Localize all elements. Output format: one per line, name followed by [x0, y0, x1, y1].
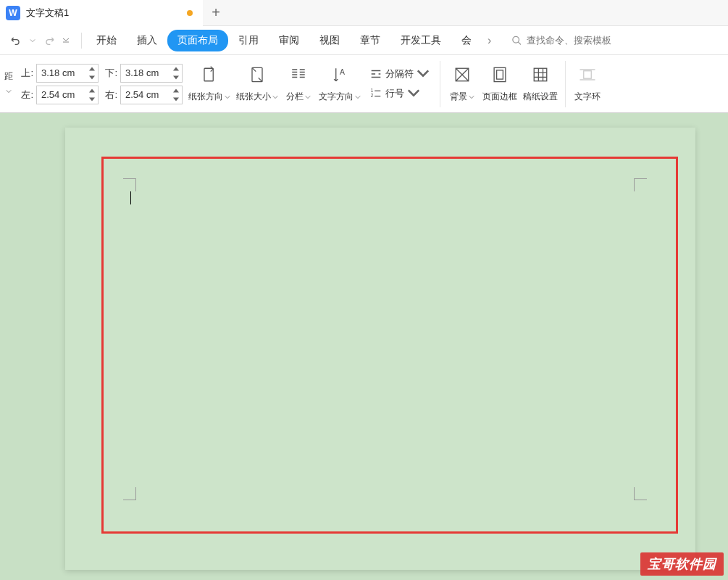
spin-up[interactable]	[170, 86, 182, 95]
breaks-button[interactable]: 分隔符	[367, 65, 432, 83]
background-icon	[452, 65, 472, 88]
document-canvas[interactable]: 宝哥软件园	[0, 113, 728, 580]
svg-text:2: 2	[371, 93, 374, 98]
line-numbers-icon: 12	[369, 87, 382, 100]
menu-dev-tools[interactable]: 开发工具	[390, 30, 451, 51]
divider	[81, 33, 82, 49]
svg-point-0	[513, 36, 519, 43]
spin-up[interactable]	[86, 65, 98, 73]
ribbon-toolbar: 距 上: 下: 左: 右:	[0, 55, 728, 113]
spin-down[interactable]	[170, 95, 182, 104]
chevron-down-icon	[407, 86, 420, 102]
chevron-down-icon	[30, 38, 35, 44]
menu-items: 开始 插入 页面布局 引用 审阅 视图 章节 开发工具 会 ›	[86, 30, 497, 51]
undo-dropdown[interactable]	[28, 30, 38, 51]
orientation-button[interactable]: 纸张方向	[185, 60, 233, 107]
chevron-down-icon	[305, 92, 311, 102]
columns-label: 分栏	[286, 91, 304, 103]
breaks-label: 分隔符	[385, 67, 414, 80]
options-dropdown[interactable]	[61, 30, 71, 51]
chevron-down-icon	[62, 37, 70, 44]
text-direction-button[interactable]: A 文字方向	[316, 60, 364, 107]
divider	[565, 61, 566, 107]
svg-rect-8	[497, 70, 503, 79]
spin-down[interactable]	[170, 73, 182, 82]
chevron-down-icon	[272, 92, 278, 102]
new-tab-button[interactable]: +	[203, 0, 229, 26]
menu-page-layout[interactable]: 页面布局	[167, 30, 228, 51]
svg-rect-10	[584, 71, 592, 79]
margin-top-label: 上:	[17, 67, 33, 80]
spin-down[interactable]	[86, 73, 98, 82]
undo-button[interactable]	[6, 30, 26, 51]
line-numbers-label: 行号	[385, 87, 404, 100]
margin-right-label: 右:	[101, 88, 117, 102]
margin-inputs-group: 上: 下: 左: 右:	[14, 62, 185, 106]
margin-bottom-label: 下:	[101, 67, 117, 80]
watermark-badge: 宝哥软件园	[640, 552, 724, 576]
menu-more-cut[interactable]: 会	[451, 30, 482, 51]
menu-insert[interactable]: 插入	[127, 30, 167, 51]
svg-text:A: A	[340, 67, 345, 76]
chevron-down-icon	[469, 92, 474, 102]
paper-size-button[interactable]: 纸张大小	[233, 60, 281, 107]
undo-redo-group	[6, 30, 71, 51]
document-tab[interactable]: W 文字文稿1	[0, 0, 203, 26]
text-wrap-label: 文字环	[574, 91, 601, 103]
title-bar: W 文字文稿1 +	[0, 0, 728, 26]
chevron-down-icon	[6, 84, 12, 97]
background-label: 背景	[450, 91, 467, 103]
menu-references[interactable]: 引用	[228, 30, 269, 51]
page-border-button[interactable]: 页面边框	[480, 60, 520, 107]
redo-icon	[43, 35, 55, 46]
chevron-down-icon	[225, 92, 230, 102]
text-direction-icon: A	[330, 65, 350, 88]
breaks-lines-group: 分隔符 12 行号	[364, 65, 435, 103]
menu-bar: 开始 插入 页面布局 引用 审阅 视图 章节 开发工具 会 ›	[0, 26, 728, 55]
paper-size-label: 纸张大小	[236, 91, 271, 103]
chevron-down-icon	[355, 92, 361, 102]
page-border-label: 页面边框	[482, 91, 517, 103]
menu-review[interactable]: 审阅	[269, 30, 309, 51]
spin-up[interactable]	[86, 86, 98, 95]
redo-button[interactable]	[39, 30, 59, 51]
plus-icon: +	[212, 4, 220, 21]
line-numbers-button[interactable]: 12 行号	[367, 85, 432, 103]
margins-button-cut[interactable]: 距	[3, 67, 14, 100]
menu-chapter[interactable]: 章节	[350, 30, 390, 51]
svg-rect-9	[534, 68, 547, 81]
unsaved-indicator-icon	[187, 10, 193, 16]
search-icon	[511, 35, 522, 46]
divider	[440, 61, 440, 107]
menu-view[interactable]: 视图	[309, 30, 350, 51]
spin-up[interactable]	[170, 65, 182, 73]
annotation-highlight	[101, 157, 678, 534]
search-input[interactable]	[527, 35, 715, 46]
background-button[interactable]: 背景	[445, 60, 480, 107]
tab-title: 文字文稿1	[26, 7, 181, 20]
wps-writer-icon: W	[6, 6, 20, 20]
columns-button[interactable]: 分栏	[281, 60, 316, 107]
orientation-icon	[199, 65, 219, 88]
page-border-icon	[490, 65, 510, 88]
grid-paper-icon	[530, 65, 551, 88]
undo-icon	[10, 35, 22, 46]
menu-start[interactable]: 开始	[86, 30, 127, 51]
grid-paper-label: 稿纸设置	[523, 91, 558, 103]
breaks-icon	[369, 67, 382, 80]
menu-overflow[interactable]: ›	[482, 34, 497, 47]
spin-down[interactable]	[86, 95, 98, 104]
margins-label: 距	[4, 70, 13, 83]
orientation-label: 纸张方向	[188, 91, 223, 103]
columns-icon	[288, 65, 309, 88]
margin-left-label: 左:	[17, 88, 33, 102]
text-direction-label: 文字方向	[319, 91, 353, 103]
text-wrap-icon	[577, 65, 598, 88]
search-box[interactable]	[504, 32, 722, 49]
chevron-down-icon	[417, 67, 430, 82]
paper-size-icon	[247, 65, 267, 88]
svg-text:1: 1	[371, 88, 374, 93]
text-wrap-button: 文字环	[570, 60, 605, 107]
grid-paper-button[interactable]: 稿纸设置	[520, 60, 561, 107]
